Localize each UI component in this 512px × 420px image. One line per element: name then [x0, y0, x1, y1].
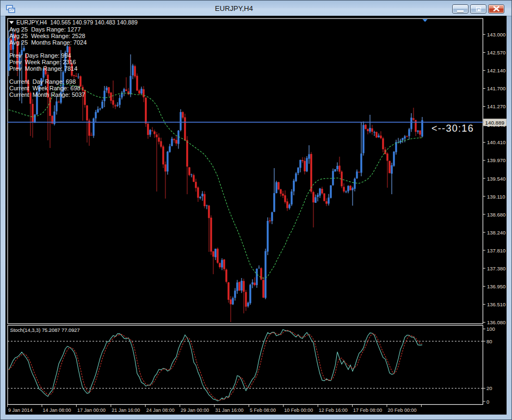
svg-text:136.080: 136.080 — [487, 319, 505, 325]
svg-text:21 Jan 16:00: 21 Jan 16:00 — [112, 407, 140, 413]
svg-text:136.510: 136.510 — [487, 301, 505, 307]
svg-text:20: 20 — [486, 385, 492, 391]
svg-text:142.140: 142.140 — [487, 67, 505, 73]
svg-text:9 Jan 2014: 9 Jan 2014 — [8, 407, 33, 413]
svg-text:139.540: 139.540 — [487, 176, 505, 182]
svg-text:17 Feb 08:00: 17 Feb 08:00 — [353, 407, 382, 413]
svg-text:Stoch(14,3,3) 75.2087 77.0927: Stoch(14,3,3) 75.2087 77.0927 — [10, 328, 80, 333]
svg-text:140.889: 140.889 — [485, 120, 504, 126]
svg-text:Avg 25 Weeks Range: 2528: Avg 25 Weeks Range: 2528 — [9, 33, 85, 39]
svg-text:Prev Month Range: 7814: Prev Month Range: 7814 — [9, 65, 77, 72]
svg-text:137.380: 137.380 — [487, 265, 505, 271]
svg-text:17 Jan 00:00: 17 Jan 00:00 — [77, 407, 106, 413]
svg-text:100: 100 — [486, 326, 495, 332]
svg-text:142.570: 142.570 — [487, 50, 505, 55]
svg-text:Prev Days Range: 994: Prev Days Range: 994 — [9, 52, 71, 59]
svg-text:140.410: 140.410 — [487, 139, 505, 145]
svg-text:12 Feb 16:00: 12 Feb 16:00 — [319, 407, 348, 413]
svg-text:136.950: 136.950 — [487, 283, 505, 289]
svg-text:138.680: 138.680 — [487, 212, 505, 218]
svg-text:137.810: 137.810 — [487, 248, 505, 254]
svg-text:0: 0 — [486, 399, 489, 405]
svg-text:EURJPY,H4 140.565 140.979 140: EURJPY,H4 140.565 140.979 140.483 140.88… — [16, 19, 138, 26]
svg-text:80: 80 — [486, 338, 492, 344]
svg-text:141.270: 141.270 — [487, 103, 505, 109]
svg-text:<--30:16: <--30:16 — [431, 123, 474, 134]
svg-text:29 Jan 00:00: 29 Jan 00:00 — [181, 407, 209, 413]
svg-text:139.970: 139.970 — [487, 157, 505, 163]
svg-text:14 Jan 08:00: 14 Jan 08:00 — [43, 407, 71, 413]
svg-text:31 Jan 16:00: 31 Jan 16:00 — [215, 407, 244, 413]
svg-text:24 Jan 08:00: 24 Jan 08:00 — [146, 407, 175, 413]
svg-text:5 Feb 08:00: 5 Feb 08:00 — [250, 407, 276, 413]
svg-text:Current Week Range: 698: Current Week Range: 698 — [9, 85, 81, 91]
svg-text:139.110: 139.110 — [487, 194, 505, 200]
svg-text:20 Feb 00:00: 20 Feb 00:00 — [388, 407, 417, 413]
svg-text:Current Day Range: 698: Current Day Range: 698 — [9, 78, 76, 85]
svg-text:Avg 25 Days Range: 1277: Avg 25 Days Range: 1277 — [9, 26, 81, 33]
svg-text:Avg 25 Months Range: 7024: Avg 25 Months Range: 7024 — [9, 39, 87, 46]
svg-text:Prev Week Range: 2316: Prev Week Range: 2316 — [9, 59, 76, 65]
svg-text:143.000: 143.000 — [487, 32, 505, 38]
svg-text:Current Month Range: 5037: Current Month Range: 5037 — [9, 91, 85, 98]
svg-text:10 Feb 00:00: 10 Feb 00:00 — [284, 407, 313, 413]
svg-text:141.700: 141.700 — [487, 85, 505, 91]
svg-text:138.240: 138.240 — [487, 230, 505, 236]
